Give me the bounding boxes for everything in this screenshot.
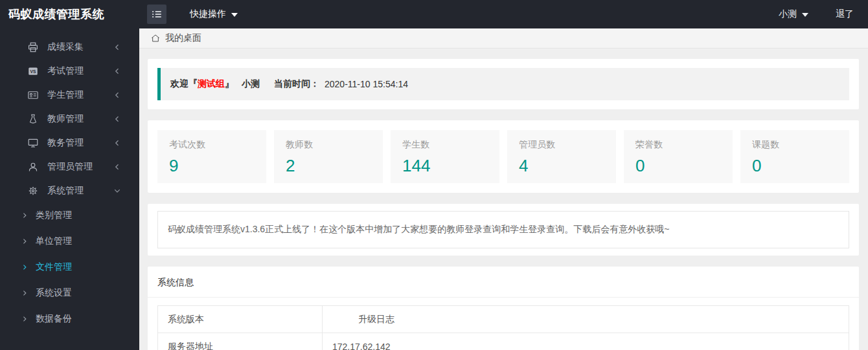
quick-actions-label: 快捷操作 xyxy=(190,8,226,20)
chevron-down-icon xyxy=(802,13,808,17)
system-info-table: 系统版本 升级日志 服务器地址 172.17.62.142 xyxy=(157,305,849,350)
chevron-right-icon xyxy=(21,238,29,245)
sidebar-item-label: 系统管理 xyxy=(47,185,84,197)
stat-value: 0 xyxy=(752,156,849,176)
chevron-right-icon xyxy=(21,316,29,323)
top-bar: 码蚁成绩管理系统 快捷操作 小测 退了 xyxy=(0,0,868,28)
stat-label: 管理员数 xyxy=(519,139,616,151)
user-icon xyxy=(27,161,39,173)
table-row: 系统版本 升级日志 xyxy=(158,306,849,333)
sidebar-item-exam-management[interactable]: VS 考试管理 xyxy=(0,59,139,83)
breadcrumb-bar: 我的桌面 xyxy=(139,28,868,49)
home-icon xyxy=(150,33,161,43)
vs-badge-icon: VS xyxy=(27,65,39,77)
sidebar-item-admin-management[interactable]: 管理员管理 xyxy=(0,155,139,179)
user-group-name: 测试组 xyxy=(198,78,225,90)
welcome-blockquote: 欢迎 『测试组』 小测 当前时间： 2020-11-10 15:54:14 xyxy=(157,68,849,100)
current-time-value: 2020-11-10 15:54:14 xyxy=(325,79,408,89)
stat-label: 学生数 xyxy=(402,139,499,151)
breadcrumb-my-desktop[interactable]: 我的桌面 xyxy=(150,32,201,44)
system-management-submenu: 类别管理 单位管理 文件管理 系统设置 数据备份 xyxy=(0,202,139,332)
stat-card-topic-count: 课题数 0 xyxy=(740,130,849,183)
chevron-left-icon xyxy=(113,115,121,123)
chevron-left-icon xyxy=(113,43,121,51)
divider xyxy=(148,297,859,298)
sidebar-subitem-label: 系统设置 xyxy=(36,287,72,299)
gear-icon xyxy=(27,185,39,197)
sidebar-item-student-management[interactable]: 学生管理 xyxy=(0,83,139,107)
sidebar-item-label: 考试管理 xyxy=(47,65,84,77)
sidebar-toggle-button[interactable] xyxy=(147,5,166,24)
server-address-key: 服务器地址 xyxy=(158,333,323,350)
sidebar-subitem-category-management[interactable]: 类别管理 xyxy=(0,202,139,228)
stat-value: 2 xyxy=(286,156,383,176)
system-info-title: 系统信息 xyxy=(148,267,859,297)
user-name: 小测 xyxy=(779,8,797,20)
svg-text:VS: VS xyxy=(30,69,36,73)
welcome-user-name: 小测 xyxy=(242,78,260,90)
sidebar-item-label: 管理员管理 xyxy=(47,161,93,173)
stat-card-admin-count: 管理员数 4 xyxy=(507,130,616,183)
breadcrumb-label: 我的桌面 xyxy=(165,32,201,44)
printer-icon xyxy=(27,41,39,53)
stat-card-student-count: 学生数 144 xyxy=(391,130,499,183)
chevron-down-icon xyxy=(113,187,121,195)
sidebar-item-label: 教务管理 xyxy=(47,137,84,149)
main-content: 欢迎 『测试组』 小测 当前时间： 2020-11-10 15:54:14 考试… xyxy=(139,49,868,350)
table-row: 服务器地址 172.17.62.142 xyxy=(158,333,849,350)
stat-value: 4 xyxy=(519,156,616,176)
sidebar-subitem-label: 类别管理 xyxy=(36,210,72,221)
sidebar-nav: 成绩采集 VS 考试管理 学生管理 xyxy=(0,28,139,350)
sidebar-item-score-collection[interactable]: 成绩采集 xyxy=(0,35,139,59)
announcement-panel: 码蚁成绩管理系统v1.3.6正式上线了！在这个版本中增加了大家想要的教师登录查询… xyxy=(148,204,859,256)
sidebar-item-label: 成绩采集 xyxy=(47,41,84,53)
app-title: 码蚁成绩管理系统 xyxy=(0,6,139,22)
stat-label: 考试次数 xyxy=(169,139,266,151)
sidebar-subitem-label: 单位管理 xyxy=(36,235,72,247)
sidebar-subitem-label: 文件管理 xyxy=(36,261,72,273)
welcome-panel: 欢迎 『测试组』 小测 当前时间： 2020-11-10 15:54:14 xyxy=(148,59,859,109)
sidebar-item-label: 教师管理 xyxy=(47,113,84,125)
logout-button[interactable]: 退了 xyxy=(836,8,854,20)
group-bracket-close: 』 xyxy=(225,78,234,90)
dress-icon xyxy=(27,113,39,125)
server-address-value: 172.17.62.142 xyxy=(323,333,849,350)
chevron-left-icon xyxy=(113,139,121,147)
chevron-left-icon xyxy=(113,163,121,171)
stat-card-exam-count: 考试次数 9 xyxy=(157,130,266,183)
sidebar-subitem-unit-management[interactable]: 单位管理 xyxy=(0,228,139,254)
stat-card-teacher-count: 教师数 2 xyxy=(274,130,383,183)
stat-label: 教师数 xyxy=(286,139,383,151)
stat-value: 0 xyxy=(635,156,733,176)
announcement-box: 码蚁成绩管理系统v1.3.6正式上线了！在这个版本中增加了大家想要的教师登录查询… xyxy=(157,211,849,248)
stat-value: 9 xyxy=(169,156,266,176)
chevron-right-icon xyxy=(21,212,29,219)
upgrade-log-link[interactable]: 升级日志 xyxy=(323,306,849,333)
stat-label: 课题数 xyxy=(752,139,849,151)
stat-card-honor-count: 荣誉数 0 xyxy=(624,130,733,183)
sidebar-item-academic-management[interactable]: 教务管理 xyxy=(0,131,139,155)
chevron-left-icon xyxy=(113,67,121,75)
sidebar-item-system-management[interactable]: 系统管理 xyxy=(0,179,139,202)
current-time-label: 当前时间： xyxy=(274,78,319,90)
sidebar-item-teacher-management[interactable]: 教师管理 xyxy=(0,107,139,131)
sidebar-subitem-data-backup[interactable]: 数据备份 xyxy=(0,306,139,332)
sidebar-subitem-label: 数据备份 xyxy=(36,313,72,325)
group-bracket-open: 『 xyxy=(188,78,198,90)
chevron-left-icon xyxy=(113,91,121,99)
stat-label: 荣誉数 xyxy=(635,139,733,151)
sidebar-subitem-file-management[interactable]: 文件管理 xyxy=(0,254,139,280)
stats-panel: 考试次数 9 教师数 2 学生数 144 管理员数 4 荣誉数 0 课题数 0 xyxy=(148,120,859,193)
quick-actions-dropdown[interactable]: 快捷操作 xyxy=(190,8,238,20)
user-dropdown[interactable]: 小测 xyxy=(779,8,808,20)
stat-value: 144 xyxy=(402,156,499,176)
chevron-right-icon xyxy=(21,264,29,271)
system-version-key: 系统版本 xyxy=(158,306,323,333)
sidebar-item-label: 学生管理 xyxy=(47,89,84,101)
system-info-panel: 系统信息 系统版本 升级日志 服务器地址 172.17.62.142 xyxy=(148,267,859,350)
chevron-right-icon xyxy=(21,290,29,297)
id-card-icon xyxy=(27,89,39,101)
sidebar-subitem-system-settings[interactable]: 系统设置 xyxy=(0,280,139,306)
chevron-down-icon xyxy=(231,13,238,17)
announcement-text: 码蚁成绩管理系统v1.3.6正式上线了！在这个版本中增加了大家想要的教师登录查询… xyxy=(168,224,669,235)
